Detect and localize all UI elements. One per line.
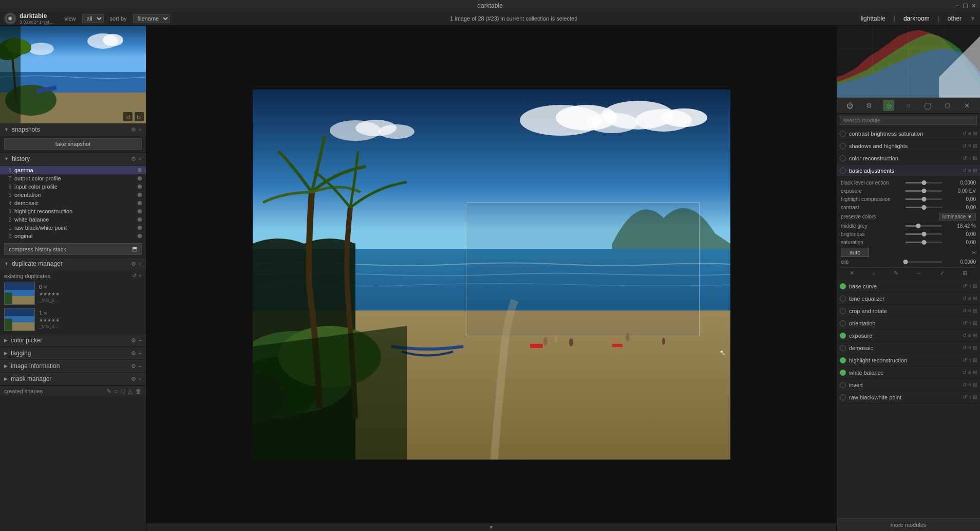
module-settings-icon[interactable]: ⚙ <box>863 100 875 111</box>
module-preset-ba[interactable]: ≡ <box>968 168 971 173</box>
module-reset-car[interactable]: ↺ <box>963 308 967 314</box>
image-canvas[interactable]: ↖ <box>146 26 836 523</box>
mask-manager-header[interactable]: ▶ mask manager ⚙ + <box>0 373 146 385</box>
module-more-inv[interactable]: ⊞ <box>973 382 977 388</box>
mask-plus-icon[interactable]: + <box>139 376 142 382</box>
module-preset-cr[interactable]: ≡ <box>968 155 971 161</box>
module-preset-dem[interactable]: ≡ <box>968 345 971 351</box>
sort-select[interactable]: filename <box>133 14 170 23</box>
dup-add-icon[interactable]: + <box>139 272 142 279</box>
module-reset-sh[interactable]: ↺ <box>963 143 967 149</box>
module-more-sh[interactable]: ⊞ <box>973 143 977 149</box>
snapshots-settings-icon[interactable]: ⚙ <box>131 126 136 133</box>
tab-check-icon[interactable]: ✓ <box>940 270 945 277</box>
view-select[interactable]: all <box>82 14 104 23</box>
trash-icon[interactable]: 🗑 <box>136 388 142 395</box>
mask-settings-icon[interactable]: ⚙ <box>131 376 136 382</box>
tab-pencil-icon[interactable]: ✎ <box>894 270 898 277</box>
module-more-cr[interactable]: ⊞ <box>973 155 977 161</box>
module-invert[interactable]: invert ↺ ≡ ⊞ <box>837 379 980 391</box>
image-information-header[interactable]: ▶ image information ⚙ + <box>0 360 146 372</box>
module-highlight-reconstruction[interactable]: highlight reconstruction ↺ ≡ ⊞ <box>837 354 980 367</box>
module-more-ori[interactable]: ⊞ <box>973 320 977 326</box>
more-modules-button[interactable]: more modules <box>837 518 980 531</box>
adj-slider-contrast[interactable] <box>906 207 942 208</box>
module-more-te[interactable]: ⊞ <box>973 296 977 301</box>
module-raw-black-white[interactable]: raw black/white point ↺ ≡ ⊞ <box>837 391 980 404</box>
color-picker-settings-icon[interactable]: ⚙ <box>131 337 136 344</box>
other-nav[interactable]: other <box>945 14 965 23</box>
module-reset-rbw[interactable]: ↺ <box>963 394 967 400</box>
module-contrast-brightness[interactable]: contrast brightness saturation ↺ ≡ ⊞ <box>837 127 980 140</box>
lighttable-nav[interactable]: lighttable <box>858 14 889 23</box>
adj-slider-exposure[interactable] <box>906 190 942 192</box>
module-base-curve[interactable]: base curve ↺ ≡ ⊞ <box>837 280 980 292</box>
module-reset-inv[interactable]: ↺ <box>963 382 967 388</box>
image-info-plus-icon[interactable]: + <box>139 363 142 370</box>
history-item-raw-black-white[interactable]: 1 raw black/white point <box>0 224 146 232</box>
module-more-wb[interactable]: ⊞ <box>973 370 977 375</box>
image-info-settings-icon[interactable]: ⚙ <box>131 363 136 370</box>
tab-x-icon[interactable]: ✕ <box>850 270 854 277</box>
module-exposure[interactable]: exposure ↺ ≡ ⊞ <box>837 329 980 342</box>
module-more-cbs[interactable]: ⊞ <box>973 131 977 136</box>
module-tone-equalizer[interactable]: tone equalizer ↺ ≡ ⊞ <box>837 292 980 305</box>
adj-value-preserve[interactable]: luminance ▼ <box>939 213 976 221</box>
module-circle-icon[interactable]: ◎ <box>883 100 894 111</box>
tab-arrow-icon[interactable]: → <box>916 270 922 277</box>
history-item-highlight-reconstruction[interactable]: 3 highlight reconstruction <box>0 207 146 215</box>
module-more-exp[interactable]: ⊞ <box>973 333 977 338</box>
module-reset-te[interactable]: ↺ <box>963 296 967 301</box>
module-more-hr[interactable]: ⊞ <box>973 357 977 363</box>
adj-slider-brightness[interactable] <box>906 233 942 235</box>
snapshots-plus-icon[interactable]: + <box>139 126 142 133</box>
adj-slider-saturation[interactable] <box>906 242 942 243</box>
module-preset-wb[interactable]: ≡ <box>968 370 971 375</box>
module-power-icon[interactable]: ⏻ <box>844 100 855 111</box>
module-reset-ori[interactable]: ↺ <box>963 320 967 326</box>
maximize-button[interactable]: □ <box>963 2 967 10</box>
auto-button[interactable]: auto <box>841 248 869 257</box>
history-item-gamma[interactable]: 8 gamma <box>0 166 146 174</box>
module-more-dem[interactable]: ⊞ <box>973 345 977 351</box>
module-preset-te[interactable]: ≡ <box>968 296 971 301</box>
history-item-output-color-profile[interactable]: 7 output color profile <box>0 174 146 182</box>
thumb-prev-btn[interactable]: ◁ <box>123 112 133 121</box>
module-more-ba[interactable]: ⊞ <box>973 168 977 173</box>
module-reset-dem[interactable]: ↺ <box>963 345 967 351</box>
module-preset-cbs[interactable]: ≡ <box>968 131 971 136</box>
module-more-rbw[interactable]: ⊞ <box>973 394 977 400</box>
tagging-plus-icon[interactable]: + <box>139 350 142 357</box>
module-preset-car[interactable]: ≡ <box>968 308 971 314</box>
module-preset-hr[interactable]: ≡ <box>968 357 971 363</box>
module-preset-exp[interactable]: ≡ <box>968 333 971 338</box>
module-ring2-icon[interactable]: ◯ <box>922 100 934 111</box>
darkroom-nav[interactable]: darkroom <box>900 14 933 23</box>
module-preset-inv[interactable]: ≡ <box>968 382 971 388</box>
adj-slider-black[interactable] <box>906 182 942 184</box>
module-more-car[interactable]: ⊞ <box>973 308 977 314</box>
history-item-original[interactable]: 0 original <box>0 232 146 240</box>
duplicate-settings-icon[interactable]: ⚙ <box>131 261 136 267</box>
history-item-white-balance[interactable]: 2 white balance <box>0 215 146 224</box>
duplicate-plus-icon[interactable]: + <box>139 261 142 267</box>
thumb-next-btn[interactable]: ▷ <box>135 112 144 121</box>
module-more-bc[interactable]: ⊞ <box>973 283 977 289</box>
adj-slider-grey[interactable] <box>906 225 942 227</box>
minimize-button[interactable]: − <box>955 2 959 10</box>
module-reset-bc[interactable]: ↺ <box>963 283 967 289</box>
compress-history-button[interactable]: compress history stack ⬒ <box>4 243 142 255</box>
module-orientation[interactable]: orientation ↺ ≡ ⊞ <box>837 317 980 329</box>
dup-thumb-1[interactable] <box>4 282 35 305</box>
take-snapshot-button[interactable]: take snapshot <box>4 138 142 150</box>
history-settings-icon[interactable]: ⚙ <box>131 156 136 162</box>
history-item-orientation[interactable]: 5 orientation <box>0 191 146 199</box>
tagging-header[interactable]: ▶ tagging ⚙ + <box>0 347 146 359</box>
module-preset-rbw[interactable]: ≡ <box>968 394 971 400</box>
module-shadows-highlights[interactable]: shadows and highlights ↺ ≡ ⊞ <box>837 140 980 152</box>
module-preset-bc[interactable]: ≡ <box>968 283 971 289</box>
module-reset-ba[interactable]: ↺ <box>963 168 967 173</box>
module-preset-sh[interactable]: ≡ <box>968 143 971 149</box>
module-reset-cr[interactable]: ↺ <box>963 155 967 161</box>
dup-reload-icon[interactable]: ↺ <box>132 272 137 279</box>
